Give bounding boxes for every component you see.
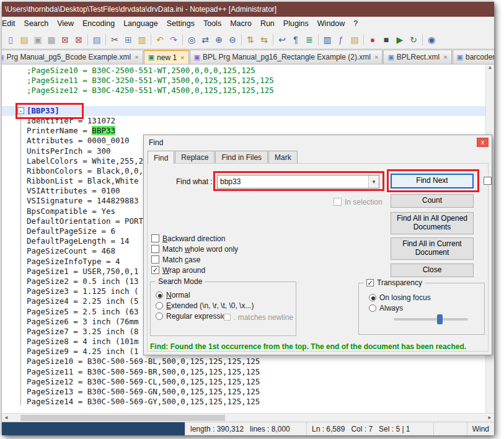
find-dialog-tab-find-in-files[interactable]: Find in Files [215, 151, 268, 163]
matches-newline-checkbox-box[interactable] [224, 314, 231, 321]
fold-collapse-icon[interactable]: - [17, 107, 24, 114]
indent-guide-icon[interactable]: ≣ [303, 33, 316, 47]
find-icon[interactable]: ◎ [185, 33, 198, 47]
zoom-out-icon[interactable]: ⊖ [226, 33, 239, 47]
close-doc-icon[interactable]: ⊠ [58, 33, 72, 47]
menu-item-settings[interactable]: Settings [162, 17, 199, 30]
horizontal-scrollbar-thumb[interactable] [20, 415, 225, 421]
redo-icon[interactable]: ↷ [167, 33, 180, 47]
menu-item-view[interactable]: View [53, 17, 78, 30]
replace-icon[interactable]: ⇄ [198, 33, 212, 47]
document-tab-4[interactable]: ▣barcoderotated180.bpl× [453, 50, 494, 64]
sync-vertical-icon[interactable]: ⇅ [244, 33, 257, 47]
menu-item-edit[interactable]: Edit [2, 17, 20, 30]
document-map-icon[interactable]: ▥ [321, 33, 334, 47]
print-icon[interactable]: ▤ [90, 33, 104, 47]
new-file-icon[interactable]: ▯ [4, 33, 17, 47]
find-dialog-tab-find[interactable]: Find [148, 151, 174, 164]
option-checkbox-match-whole-word-only[interactable]: Match whole word only [151, 244, 238, 254]
show-all-characters-icon[interactable]: ¶ [289, 33, 303, 47]
find-dialog-tab-mark[interactable]: Mark [268, 151, 298, 163]
close-button[interactable]: Close [391, 264, 474, 277]
paste-icon[interactable]: ▥ [135, 33, 149, 47]
run-macro-multiple-icon[interactable]: ↻ [407, 33, 420, 47]
document-tab-1[interactable]: ▣new 1× [144, 50, 189, 64]
menu-item-search[interactable]: Search [20, 17, 53, 30]
radio-circle[interactable] [156, 313, 163, 320]
tab-close-icon[interactable]: × [135, 53, 138, 61]
radio-circle[interactable] [369, 304, 376, 312]
menu-item-encoding[interactable]: Encoding [78, 17, 119, 30]
transparency-slider-thumb[interactable] [437, 314, 443, 324]
find-all-current-button[interactable]: Find All in Current Document [391, 237, 474, 260]
transparency-slider[interactable] [394, 318, 468, 321]
find-what-combobox[interactable]: ▾ [217, 175, 379, 188]
tab-close-icon[interactable]: × [180, 54, 184, 61]
menu-item-window[interactable]: Window [313, 17, 349, 30]
scroll-left-icon[interactable]: ◄ [2, 414, 11, 422]
find-next-button[interactable]: Find Next [391, 174, 474, 188]
record-macro-icon[interactable]: ● [366, 33, 379, 47]
undo-icon[interactable]: ↶ [153, 33, 167, 47]
find-all-opened-button[interactable]: Find All in All Opened Documents [391, 212, 474, 234]
matches-newline-checkbox[interactable]: . matches newline [224, 312, 293, 322]
transparency-on-losing-focus[interactable]: On losing focus [369, 292, 431, 303]
menu-item-plugins[interactable]: Plugins [279, 17, 313, 30]
document-tab-0[interactable]: ▣Prg Manual_pg5_Bcode Example.xml× [2, 50, 143, 64]
in-selection-checkbox[interactable]: In selection [334, 197, 382, 207]
find-dialog-tab-replace[interactable]: Replace [175, 151, 214, 163]
menu-item-tools[interactable]: Tools [199, 17, 226, 30]
find-what-input[interactable] [218, 177, 368, 186]
word-wrap-icon[interactable]: ↩ [275, 33, 289, 47]
open-folder-icon[interactable]: ▤ [17, 33, 31, 47]
search-mode-normal[interactable]: Normal [156, 290, 254, 300]
document-tab-3[interactable]: ▣BPLRect.xml× [383, 50, 451, 64]
menu-item-?[interactable]: ? [349, 17, 362, 30]
find-dialog-title[interactable]: Find [144, 135, 492, 150]
checkbox-box[interactable] [151, 255, 159, 264]
in-selection-checkbox-box[interactable] [334, 198, 342, 206]
horizontal-scrollbar[interactable]: ◄ ► [2, 413, 494, 422]
save-all-icon[interactable]: ▦ [45, 33, 58, 47]
search-highlight: BBP33 [92, 126, 115, 135]
stop-record-icon[interactable]: ■ [379, 33, 393, 47]
close-all-icon[interactable]: ⊠ [72, 33, 86, 47]
editor-line [2, 96, 494, 106]
menu-item-macro[interactable]: Macro [226, 17, 256, 30]
option-checkbox-wrap-around[interactable]: ✓Wrap around [151, 265, 238, 275]
checkbox-box[interactable]: ✓ [151, 266, 159, 274]
chevron-down-icon[interactable]: ▾ [368, 175, 379, 188]
transparency-checkbox[interactable]: ✓ Transparency [364, 278, 425, 287]
save-icon[interactable]: ▣ [31, 33, 45, 47]
document-icon: ▣ [387, 53, 394, 61]
document-tab-2[interactable]: ▣BPL Prg Manual_pg16_Rectangle Example (… [190, 50, 383, 64]
sync-horizontal-icon[interactable]: ⇆ [257, 33, 271, 47]
search-mode-extended-n-r-t-0-x-[interactable]: Extended (\n, \r, \t, \0, \x...) [156, 300, 254, 311]
tab-close-icon[interactable]: × [443, 53, 447, 61]
monitoring-icon[interactable]: ◉ [425, 33, 438, 47]
option-checkbox-backward-direction[interactable]: Backward direction [151, 233, 238, 244]
checkbox-box[interactable] [151, 234, 159, 242]
menu-item-language[interactable]: Language [119, 17, 162, 30]
option-checkbox-match-case[interactable]: Match case [151, 254, 238, 265]
menu-item-run[interactable]: Run [256, 17, 279, 30]
cut-icon[interactable]: ✂ [108, 33, 122, 47]
close-icon[interactable]: x [477, 138, 489, 147]
radio-circle[interactable] [156, 302, 163, 309]
title-bar[interactable]: \Users\thornbda\Desktop\TestFiles\drvdat… [2, 2, 494, 17]
playback-macro-icon[interactable]: ▶ [393, 33, 407, 47]
folder-as-workspace-icon[interactable]: ▤ [348, 33, 361, 47]
find-next-swap-checkbox[interactable] [484, 177, 492, 185]
tab-close-icon[interactable]: × [374, 53, 378, 61]
transparency-checkbox-box[interactable]: ✓ [366, 279, 374, 286]
document-tab-label: BPL Prg Manual_pg16_Rectangle Example (2… [203, 53, 371, 61]
copy-icon[interactable]: ⊞ [122, 33, 135, 47]
transparency-always[interactable]: Always [369, 303, 431, 313]
count-button[interactable]: Count [391, 194, 474, 208]
checkbox-box[interactable] [151, 245, 159, 253]
function-list-icon[interactable]: ƒ [334, 33, 348, 47]
radio-circle[interactable] [156, 291, 163, 299]
radio-circle[interactable] [369, 294, 376, 301]
scroll-right-icon[interactable]: ► [485, 414, 494, 422]
zoom-in-icon[interactable]: ⊕ [212, 33, 226, 47]
